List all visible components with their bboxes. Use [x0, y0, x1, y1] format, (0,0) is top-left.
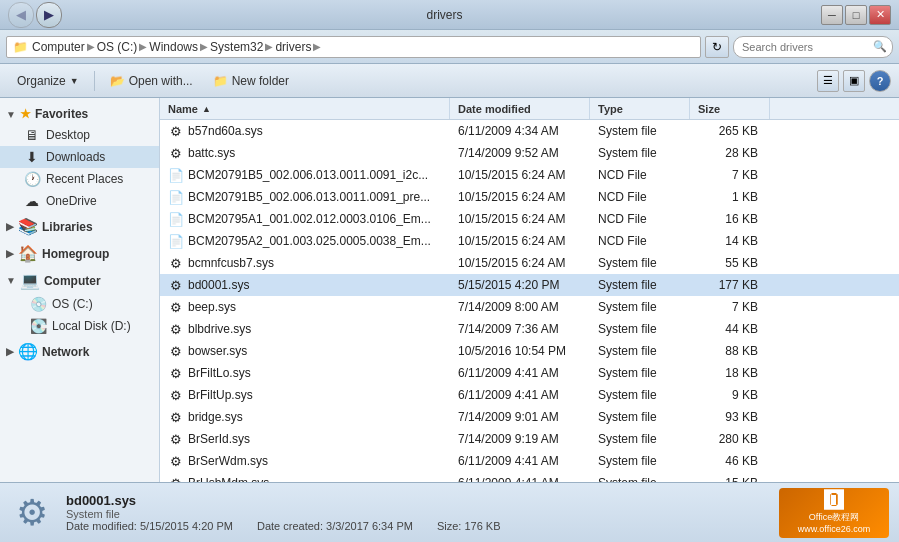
libraries-chevron-icon: ▶	[6, 221, 14, 232]
network-icon: 🌐	[18, 342, 38, 361]
open-with-button[interactable]: 📂 Open with...	[101, 68, 202, 94]
path-os-c[interactable]: OS (C:)	[97, 40, 138, 54]
file-row[interactable]: ⚙ blbdrive.sys 7/14/2009 7:36 AM System …	[160, 318, 899, 340]
file-cell-type: System file	[590, 474, 690, 482]
file-cell-type: System file	[590, 386, 690, 404]
file-row[interactable]: ⚙ bcmnfcusb7.sys 10/15/2015 6:24 AM Syst…	[160, 252, 899, 274]
path-computer[interactable]: Computer	[32, 40, 85, 54]
network-label: Network	[42, 345, 89, 359]
sidebar-item-locald[interactable]: 💽 Local Disk (D:)	[0, 315, 159, 337]
close-button[interactable]: ✕	[869, 5, 891, 25]
maximize-button[interactable]: □	[845, 5, 867, 25]
file-name-text: BrFiltLo.sys	[188, 366, 251, 380]
main-area: ▼ ★ Favorites 🖥 Desktop ⬇ Downloads 🕐 Re…	[0, 98, 899, 482]
file-cell-type: System file	[590, 320, 690, 338]
file-cell-size: 55 KB	[690, 254, 770, 272]
file-cell-name: ⚙ bcmnfcusb7.sys	[160, 253, 450, 273]
new-folder-button[interactable]: 📁 New folder	[204, 68, 298, 94]
file-cell-date: 6/11/2009 4:41 AM	[450, 452, 590, 470]
file-row[interactable]: ⚙ battc.sys 7/14/2009 9:52 AM System fil…	[160, 142, 899, 164]
favorites-section: ▼ ★ Favorites 🖥 Desktop ⬇ Downloads 🕐 Re…	[0, 104, 159, 212]
file-name-text: BCM20795A2_001.003.025.0005.0038_Em...	[188, 234, 431, 248]
file-cell-name: ⚙ BrUsbMdm.sys	[160, 473, 450, 482]
homegroup-group[interactable]: ▶ 🏠 Homegroup	[0, 241, 159, 266]
file-cell-date: 5/15/2015 4:20 PM	[450, 276, 590, 294]
file-row[interactable]: ⚙ BrSerId.sys 7/14/2009 9:19 AM System f…	[160, 428, 899, 450]
file-name-text: BCM20791B5_002.006.013.0011.0091_pre...	[188, 190, 430, 204]
file-cell-date: 10/15/2015 6:24 AM	[450, 188, 590, 206]
file-cell-size: 9 KB	[690, 386, 770, 404]
file-row[interactable]: ⚙ beep.sys 7/14/2009 8:00 AM System file…	[160, 296, 899, 318]
preview-pane-button[interactable]: ▣	[843, 70, 865, 92]
file-row[interactable]: ⚙ bridge.sys 7/14/2009 9:01 AM System fi…	[160, 406, 899, 428]
file-row[interactable]: ⚙ bowser.sys 10/5/2016 10:54 PM System f…	[160, 340, 899, 362]
file-row[interactable]: ⚙ BrFiltLo.sys 6/11/2009 4:41 AM System …	[160, 362, 899, 384]
open-with-icon: 📂	[110, 74, 125, 88]
system-file-icon: ⚙	[16, 492, 48, 534]
file-cell-size: 18 KB	[690, 364, 770, 382]
file-cell-name: ⚙ bd0001.sys	[160, 275, 450, 295]
file-cell-name: ⚙ BrFiltLo.sys	[160, 363, 450, 383]
minimize-button[interactable]: ─	[821, 5, 843, 25]
watermark-icon: 🅾	[824, 489, 844, 512]
col-header-name[interactable]: Name ▲	[160, 98, 450, 119]
file-row[interactable]: ⚙ bd0001.sys 5/15/2015 4:20 PM System fi…	[160, 274, 899, 296]
sidebar-item-onedrive[interactable]: ☁ OneDrive	[0, 190, 159, 212]
file-cell-name: 📄 BCM20795A2_001.003.025.0005.0038_Em...	[160, 231, 450, 251]
sidebar-item-desktop[interactable]: 🖥 Desktop	[0, 124, 159, 146]
new-folder-icon: 📁	[213, 74, 228, 88]
file-name-text: BrSerWdm.sys	[188, 454, 268, 468]
refresh-button[interactable]: ↻	[705, 36, 729, 58]
file-row[interactable]: 📄 BCM20795A1_001.002.012.0003.0106_Em...…	[160, 208, 899, 230]
locald-label: Local Disk (D:)	[52, 319, 131, 333]
file-name-text: b57nd60a.sys	[188, 124, 263, 138]
file-cell-size: 44 KB	[690, 320, 770, 338]
col-header-size[interactable]: Size	[690, 98, 770, 119]
status-file-info: bd0001.sys System file Date modified: 5/…	[66, 493, 767, 532]
address-path[interactable]: 📁 Computer ▶ OS (C:) ▶ Windows ▶ System3…	[6, 36, 701, 58]
favorites-group[interactable]: ▼ ★ Favorites	[0, 104, 159, 124]
search-input[interactable]	[733, 36, 893, 58]
file-row[interactable]: ⚙ BrFiltUp.sys 6/11/2009 4:41 AM System …	[160, 384, 899, 406]
file-row[interactable]: 📄 BCM20795A2_001.003.025.0005.0038_Em...…	[160, 230, 899, 252]
search-wrapper: 🔍	[733, 36, 893, 58]
help-button[interactable]: ?	[869, 70, 891, 92]
file-cell-name: ⚙ b57nd60a.sys	[160, 121, 450, 141]
file-cell-type: System file	[590, 276, 690, 294]
libraries-group[interactable]: ▶ 📚 Libraries	[0, 214, 159, 239]
path-windows[interactable]: Windows	[149, 40, 198, 54]
file-cell-type: System file	[590, 452, 690, 470]
computer-group[interactable]: ▼ 💻 Computer	[0, 268, 159, 293]
sidebar-item-downloads[interactable]: ⬇ Downloads	[0, 146, 159, 168]
file-row[interactable]: 📄 BCM20791B5_002.006.013.0011.0091_i2c..…	[160, 164, 899, 186]
col-header-date[interactable]: Date modified	[450, 98, 590, 119]
file-cell-size: 7 KB	[690, 298, 770, 316]
homegroup-label: Homegroup	[42, 247, 109, 261]
downloads-label: Downloads	[46, 150, 105, 164]
downloads-icon: ⬇	[24, 149, 40, 165]
back-button[interactable]: ◀	[8, 2, 34, 28]
file-cell-name: ⚙ BrSerId.sys	[160, 429, 450, 449]
view-options-button[interactable]: ☰	[817, 70, 839, 92]
file-row[interactable]: ⚙ b57nd60a.sys 6/11/2009 4:34 AM System …	[160, 120, 899, 142]
window-title: drivers	[68, 8, 821, 22]
organize-button[interactable]: Organize ▼	[8, 68, 88, 94]
file-row[interactable]: ⚙ BrSerWdm.sys 6/11/2009 4:41 AM System …	[160, 450, 899, 472]
address-bar: 📁 Computer ▶ OS (C:) ▶ Windows ▶ System3…	[0, 30, 899, 64]
network-group[interactable]: ▶ 🌐 Network	[0, 339, 159, 364]
file-cell-type: System file	[590, 342, 690, 360]
path-system32[interactable]: System32	[210, 40, 263, 54]
forward-button[interactable]: ▶	[36, 2, 62, 28]
sidebar-item-recent-places[interactable]: 🕐 Recent Places	[0, 168, 159, 190]
watermark-line2: www.office26.com	[798, 524, 870, 536]
file-cell-type: System file	[590, 298, 690, 316]
sidebar-item-osc[interactable]: 💿 OS (C:)	[0, 293, 159, 315]
path-drivers[interactable]: drivers	[275, 40, 311, 54]
file-row[interactable]: 📄 BCM20791B5_002.006.013.0011.0091_pre..…	[160, 186, 899, 208]
file-cell-type: System file	[590, 408, 690, 426]
file-row[interactable]: ⚙ BrUsbMdm.sys 6/11/2009 4:41 AM System …	[160, 472, 899, 482]
file-name-text: bd0001.sys	[188, 278, 249, 292]
file-cell-name: ⚙ beep.sys	[160, 297, 450, 317]
libraries-section: ▶ 📚 Libraries	[0, 214, 159, 239]
col-header-type[interactable]: Type	[590, 98, 690, 119]
